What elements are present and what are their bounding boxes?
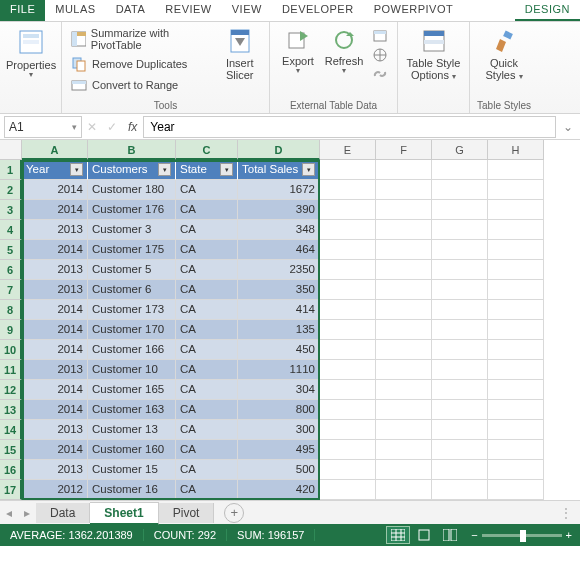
- cell[interactable]: [376, 480, 432, 500]
- cell[interactable]: 2014: [22, 400, 88, 420]
- cell[interactable]: Customer 163: [88, 400, 176, 420]
- cell[interactable]: [376, 260, 432, 280]
- export-button[interactable]: Export ▾: [276, 24, 320, 76]
- cell[interactable]: 2014: [22, 200, 88, 220]
- tab-data[interactable]: DATA: [106, 0, 156, 21]
- row-header[interactable]: 2: [0, 180, 22, 200]
- cell[interactable]: [432, 440, 488, 460]
- row-header[interactable]: 4: [0, 220, 22, 240]
- cell[interactable]: [376, 320, 432, 340]
- cell[interactable]: [488, 320, 544, 340]
- col-header-G[interactable]: G: [432, 140, 488, 160]
- tab-design[interactable]: DESIGN: [515, 0, 580, 21]
- cell[interactable]: [488, 180, 544, 200]
- cell[interactable]: [320, 360, 376, 380]
- sheet-tab-pivot[interactable]: Pivot: [159, 503, 215, 523]
- cell[interactable]: [376, 440, 432, 460]
- cell[interactable]: 2014: [22, 240, 88, 260]
- cell[interactable]: [320, 460, 376, 480]
- cell[interactable]: 2013: [22, 220, 88, 240]
- cell[interactable]: 2014: [22, 180, 88, 200]
- cell[interactable]: [320, 420, 376, 440]
- col-header-E[interactable]: E: [320, 140, 376, 160]
- cell[interactable]: [432, 280, 488, 300]
- cell[interactable]: 2014: [22, 340, 88, 360]
- cell[interactable]: Customers▾: [88, 160, 176, 180]
- row-header[interactable]: 9: [0, 320, 22, 340]
- cell[interactable]: CA: [176, 220, 238, 240]
- cell[interactable]: [432, 400, 488, 420]
- row-header[interactable]: 8: [0, 300, 22, 320]
- cell[interactable]: 500: [238, 460, 320, 480]
- row-header[interactable]: 3: [0, 200, 22, 220]
- cell[interactable]: CA: [176, 360, 238, 380]
- cell[interactable]: 2013: [22, 460, 88, 480]
- cell[interactable]: [432, 240, 488, 260]
- cell[interactable]: [488, 440, 544, 460]
- open-in-browser-button[interactable]: [372, 47, 388, 63]
- cell[interactable]: Customer 173: [88, 300, 176, 320]
- cell[interactable]: CA: [176, 240, 238, 260]
- cell[interactable]: [488, 260, 544, 280]
- cell[interactable]: [488, 360, 544, 380]
- cell[interactable]: Customer 6: [88, 280, 176, 300]
- cell[interactable]: [432, 320, 488, 340]
- cell[interactable]: 1110: [238, 360, 320, 380]
- cell[interactable]: CA: [176, 460, 238, 480]
- cell[interactable]: [432, 180, 488, 200]
- cell[interactable]: 800: [238, 400, 320, 420]
- zoom-track[interactable]: [482, 534, 562, 537]
- cell[interactable]: [432, 420, 488, 440]
- cell[interactable]: [432, 360, 488, 380]
- cell[interactable]: CA: [176, 480, 238, 500]
- row-header[interactable]: 5: [0, 240, 22, 260]
- sheet-tab-sheet1[interactable]: Sheet1: [90, 502, 158, 525]
- cell[interactable]: [432, 260, 488, 280]
- cell[interactable]: [488, 340, 544, 360]
- cell[interactable]: 2014: [22, 440, 88, 460]
- cell[interactable]: Customer 175: [88, 240, 176, 260]
- cell[interactable]: 2013: [22, 360, 88, 380]
- cell[interactable]: [320, 200, 376, 220]
- cell[interactable]: [320, 280, 376, 300]
- convert-to-range-button[interactable]: Convert to Range: [68, 76, 216, 94]
- cell[interactable]: [488, 460, 544, 480]
- cell[interactable]: [488, 200, 544, 220]
- cancel-formula-button[interactable]: ✕: [82, 120, 102, 134]
- cell[interactable]: 2350: [238, 260, 320, 280]
- row-header[interactable]: 17: [0, 480, 22, 500]
- worksheet-grid[interactable]: ABCDEFGH 1234567891011121314151617 Year▾…: [0, 140, 580, 500]
- table-style-options-button[interactable]: Table Style Options ▾: [404, 24, 463, 82]
- cell[interactable]: 348: [238, 220, 320, 240]
- cell[interactable]: 2013: [22, 260, 88, 280]
- sheet-nav-next[interactable]: ▸: [18, 506, 36, 520]
- cell[interactable]: CA: [176, 380, 238, 400]
- refresh-button[interactable]: Refresh ▾: [320, 24, 368, 76]
- row-headers[interactable]: 1234567891011121314151617: [0, 160, 22, 500]
- summarize-pivottable-button[interactable]: Summarize with PivotTable: [68, 26, 216, 52]
- cell[interactable]: [488, 300, 544, 320]
- row-header[interactable]: 12: [0, 380, 22, 400]
- cell[interactable]: 2013: [22, 280, 88, 300]
- view-page-layout-button[interactable]: [412, 526, 436, 544]
- cell[interactable]: [432, 200, 488, 220]
- sheet-tab-data[interactable]: Data: [36, 503, 90, 523]
- cell[interactable]: [376, 240, 432, 260]
- unlink-button[interactable]: [372, 66, 388, 82]
- cell[interactable]: Customer 170: [88, 320, 176, 340]
- cell[interactable]: CA: [176, 180, 238, 200]
- cell[interactable]: [376, 200, 432, 220]
- cell[interactable]: Customer 166: [88, 340, 176, 360]
- cell[interactable]: [320, 380, 376, 400]
- row-header[interactable]: 11: [0, 360, 22, 380]
- cell[interactable]: [320, 300, 376, 320]
- tab-review[interactable]: REVIEW: [155, 0, 221, 21]
- cell[interactable]: 350: [238, 280, 320, 300]
- cell[interactable]: 300: [238, 420, 320, 440]
- col-header-C[interactable]: C: [176, 140, 238, 160]
- cell[interactable]: [320, 220, 376, 240]
- cell[interactable]: [432, 480, 488, 500]
- cell[interactable]: CA: [176, 340, 238, 360]
- cell[interactable]: [376, 360, 432, 380]
- tab-overflow-icon[interactable]: ⋮: [560, 506, 572, 520]
